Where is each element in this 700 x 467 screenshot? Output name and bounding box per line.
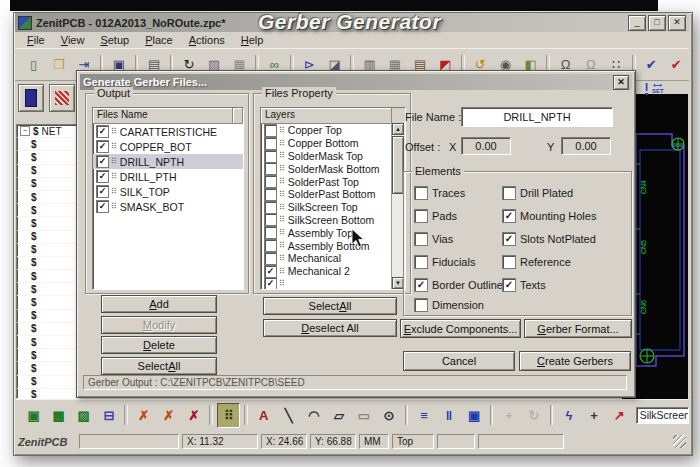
file-row[interactable]: ✓⠿DRILL_NPTH — [93, 154, 243, 169]
delete-component-icon[interactable]: ✗ — [132, 403, 155, 428]
element-checkbox-reference[interactable] — [502, 255, 516, 269]
layer-row[interactable]: ✓⠿Mechanical 2 — [261, 265, 392, 278]
element-checkbox-dimension[interactable] — [414, 298, 428, 312]
add-node-icon[interactable]: + — [582, 403, 605, 428]
layer-checkbox[interactable] — [264, 162, 277, 175]
files-list[interactable]: Files Name ✓⠿CARATTERISTICHE✓⠿COPPER_BOT… — [92, 107, 244, 290]
layer-checkbox[interactable] — [264, 137, 277, 150]
delete-all-icon[interactable]: ✗ — [182, 403, 205, 428]
text-tool-icon[interactable]: A — [252, 403, 275, 428]
measure-icon[interactable]: ↗ — [608, 403, 631, 428]
menu-item-file[interactable]: File — [19, 34, 53, 46]
layer-row[interactable]: ⠿Assembly Top — [261, 226, 392, 239]
layer-checkbox[interactable] — [264, 150, 277, 163]
net-tree-panel[interactable]: −$NET$$$$$$$$$$$$$$$$$$$$$ — [16, 124, 79, 399]
drc-check-icon[interactable]: ✔ — [665, 53, 688, 77]
tree-net-item[interactable]: $ — [17, 257, 78, 270]
tree-net-item[interactable]: $ — [17, 323, 78, 336]
tree-net-item[interactable]: $ — [17, 310, 78, 323]
menu-item-setup[interactable]: Setup — [92, 34, 137, 46]
layer-checkbox[interactable] — [264, 124, 277, 137]
cursor-info-icon[interactable]: I — [645, 82, 648, 95]
cancel-button[interactable]: Cancel — [403, 351, 515, 371]
arc-tool-icon[interactable]: ◠ — [302, 403, 325, 428]
dialog-title-bar[interactable]: Generate Gerber Files... ✕ — [80, 74, 632, 90]
footprint-mode-icon[interactable]: ⠿ — [217, 403, 240, 428]
minimize-button[interactable]: _ — [628, 15, 646, 31]
file-checkbox[interactable]: ✓ — [96, 125, 109, 138]
layers-column-header[interactable]: Layers — [261, 108, 392, 123]
layer-row[interactable]: ⠿SolderMask Bottom — [261, 162, 392, 175]
layer-checkbox[interactable] — [264, 201, 277, 214]
layer-row[interactable]: ⠿SolderPast Top — [261, 175, 392, 188]
files-extra-column-header[interactable] — [233, 108, 243, 123]
tree-net-item[interactable]: $ — [17, 270, 78, 283]
layer-checkbox[interactable] — [264, 188, 277, 201]
element-checkbox-texts[interactable]: ✓ — [502, 278, 516, 292]
resize-grip[interactable] — [673, 435, 686, 448]
layer-row[interactable]: ✓⠿ — [261, 278, 392, 290]
tree-root-net[interactable]: −$NET — [17, 125, 78, 138]
open-folder-icon[interactable]: ❒ — [47, 53, 70, 77]
tree-net-item[interactable]: $ — [17, 349, 78, 362]
delete-route-icon[interactable]: ✗ — [157, 403, 180, 428]
layer-row[interactable]: ⠿SolderPast Bottom — [261, 188, 392, 201]
layer-row[interactable]: ⠿SolderMask Top — [261, 150, 392, 163]
close-button[interactable]: ✕ — [668, 15, 686, 31]
element-checkbox-traces[interactable] — [414, 186, 428, 200]
hatch-tool-icon[interactable] — [49, 84, 75, 112]
autoroute-icon[interactable]: ϟ — [557, 403, 580, 428]
file-row[interactable]: ✓⠿COPPER_BOT — [93, 139, 243, 154]
menu-item-place[interactable]: Place — [137, 34, 181, 46]
file-row[interactable]: ✓⠿CARATTERISTICHE — [93, 124, 243, 139]
rect-tool-icon[interactable]: ▭ — [352, 403, 375, 428]
menu-item-help[interactable]: Help — [233, 34, 272, 46]
tree-net-item[interactable]: $ — [17, 283, 78, 296]
layer-row[interactable]: ⠿Copper Bottom — [261, 137, 392, 150]
output-select-all-button[interactable]: Select All — [101, 357, 217, 375]
new-file-icon[interactable]: ▯ — [22, 53, 45, 77]
menu-item-view[interactable]: View — [53, 34, 93, 46]
place-library-part-icon[interactable]: ▩ — [47, 403, 70, 428]
element-checkbox-vias[interactable] — [414, 232, 428, 246]
rotate-part-icon[interactable]: ↻ — [523, 403, 546, 428]
layer-row[interactable]: ⠿Copper Top — [261, 124, 392, 137]
place-component-icon[interactable]: ▣ — [22, 403, 45, 428]
file-checkbox[interactable]: ✓ — [96, 200, 109, 213]
file-row[interactable]: ✓⠿SMASK_BOT — [93, 199, 243, 214]
file-checkbox[interactable]: ✓ — [96, 155, 109, 168]
file-name-input[interactable]: DRILL_NPTH — [461, 107, 613, 127]
tree-net-item[interactable]: $ — [17, 376, 78, 389]
line-tool-icon[interactable]: ╲ — [277, 403, 300, 428]
maximize-button[interactable]: □ — [648, 15, 666, 31]
set-measure-icon[interactable]: ⟷SET — [652, 82, 664, 94]
file-checkbox[interactable]: ✓ — [96, 170, 109, 183]
output-modify-button[interactable]: Modify — [101, 316, 217, 334]
offset-y-input[interactable]: 0.00 — [561, 137, 611, 155]
element-checkbox-fiducials[interactable] — [414, 255, 428, 269]
tree-collapse-icon[interactable]: − — [20, 126, 30, 136]
layer-row[interactable]: ⠿Assembly Bottom — [261, 239, 392, 252]
tree-net-item[interactable]: $ — [17, 138, 78, 151]
route-icon[interactable]: ▨ — [72, 403, 95, 428]
layer-checkbox[interactable] — [264, 252, 277, 265]
output-add-button[interactable]: Add — [101, 295, 217, 313]
layer-row[interactable]: ⠿SilkScreen Bottom — [261, 214, 392, 227]
layer-checkbox[interactable] — [264, 175, 277, 188]
element-checkbox-slots-notplated[interactable]: ✓ — [502, 232, 516, 246]
element-checkbox-border-outline[interactable]: ✓ — [414, 278, 428, 292]
file-checkbox[interactable]: ✓ — [96, 185, 109, 198]
layers-list[interactable]: Layers ⠿Copper Top⠿Copper Bottom⠿SolderM… — [260, 107, 406, 290]
layer-checkbox[interactable]: ✓ — [264, 265, 277, 278]
pro-check-icon[interactable]: ✔ — [640, 53, 663, 77]
pad-tool-icon[interactable] — [18, 84, 44, 112]
scroll-up-icon[interactable]: ▲ — [392, 123, 404, 135]
output-delete-button[interactable]: Delete — [101, 336, 217, 354]
dialog-close-icon[interactable]: ✕ — [613, 75, 629, 90]
tree-net-item[interactable]: $ — [17, 204, 78, 217]
tree-net-item[interactable]: $ — [17, 217, 78, 230]
tree-net-item[interactable]: $ — [17, 389, 78, 399]
element-checkbox-mounting-holes[interactable]: ✓ — [502, 209, 516, 223]
layer-checkbox[interactable] — [264, 239, 277, 252]
polygon-tool-icon[interactable]: ▱ — [327, 403, 350, 428]
